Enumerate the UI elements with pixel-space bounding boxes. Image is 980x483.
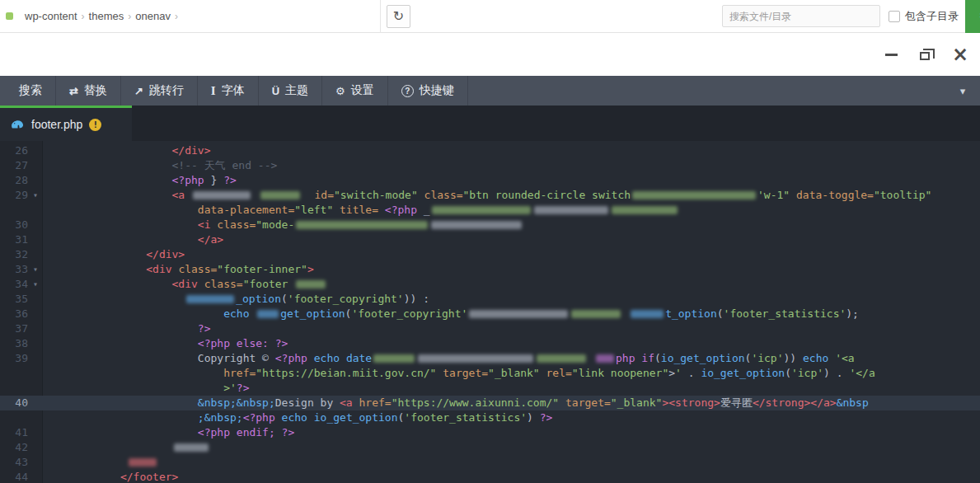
code-row[interactable]: 44 </footer> [0, 470, 980, 483]
code-row[interactable]: 35 _option('footer_copyright')) : [0, 292, 980, 307]
code-row[interactable]: 34▾ <div class="footer [0, 277, 980, 292]
refresh-button[interactable]: ↻ [387, 5, 410, 28]
code-row[interactable]: 41 <?php endif; ?> [0, 425, 980, 440]
code-row[interactable]: >'?> [0, 381, 980, 396]
code-token: class= [424, 189, 463, 201]
code-token: 'footer_statistics' [404, 411, 527, 424]
code-token [275, 411, 282, 424]
code-row[interactable]: 33▾ <div class="footer-inner"> [0, 262, 980, 277]
line-number: 39 [0, 351, 28, 366]
code-token: "link noopener" [572, 367, 668, 379]
code-token: <!-- 天气 end --> [172, 159, 278, 171]
replace-icon: ⇄ [69, 85, 78, 97]
file-search-input[interactable] [722, 5, 880, 27]
code-token [43, 411, 198, 424]
code-token: echo [282, 411, 307, 424]
breadcrumb-item-onenav[interactable]: onenav [135, 10, 171, 22]
breadcrumb-item-themes[interactable]: themes [89, 10, 124, 22]
php-file-icon [10, 119, 25, 130]
redacted-code [534, 206, 608, 214]
code-token [540, 367, 546, 379]
toolbar-item-settings[interactable]: ⚙ 设置 [322, 76, 388, 106]
code-row[interactable]: 32 </div> [0, 247, 980, 262]
fold-toggle-icon[interactable]: ▾ [28, 277, 43, 292]
include-subdir-checkbox[interactable] [889, 11, 900, 22]
include-subdir-label: 包含子目录 [905, 9, 959, 24]
code-row[interactable]: 30 <i class="mode- [0, 218, 980, 232]
toolbar-collapse-button[interactable]: ▾ [945, 76, 980, 106]
fold-gutter [28, 381, 43, 396]
code-token [43, 278, 172, 290]
code-line: <?php endif; ?> [43, 425, 980, 440]
code-row[interactable]: ;&nbsp;<?php echo io_get_option('footer_… [0, 410, 980, 425]
code-token [353, 396, 359, 409]
minimize-button[interactable] [885, 46, 898, 63]
code-row[interactable]: 37 ?> [0, 321, 980, 336]
code-token: ); [846, 307, 859, 320]
code-token: </div> [172, 144, 211, 157]
toolbar-item-hotkeys[interactable]: ? 快捷键 [388, 76, 468, 106]
toolbar-item-font[interactable]: I 字体 [198, 76, 259, 106]
fold-gutter [28, 158, 43, 173]
fold-toggle-icon[interactable]: ▾ [28, 188, 43, 203]
toolbar-item-search[interactable]: 搜索 [0, 76, 56, 106]
code-token: 'footer_copyright' [351, 307, 467, 320]
toolbar-item-theme[interactable]: Ü 主题 [259, 76, 322, 106]
code-token: ) [823, 367, 830, 379]
tab-footer-php[interactable]: footer.php ! [0, 106, 132, 141]
code-token [43, 471, 120, 483]
toolbar-label: 设置 [351, 83, 374, 98]
toolbar-item-replace[interactable]: ⇄ 替换 [56, 76, 121, 106]
code-row[interactable]: 38 <?php else: ?> [0, 336, 980, 351]
code-token [43, 218, 198, 231]
code-token: href= [359, 396, 392, 409]
line-number: 27 [0, 158, 28, 173]
restore-icon [920, 52, 930, 60]
breadcrumb-item-wp-content[interactable]: wp-content [25, 10, 77, 22]
code-token: _option [236, 293, 281, 305]
code-token [43, 396, 198, 409]
code-token: <div [172, 278, 198, 290]
redacted-code [296, 280, 326, 288]
breadcrumb-separator: › [175, 11, 178, 22]
code-token [43, 144, 172, 157]
close-button[interactable]: × [952, 46, 968, 63]
code-row[interactable]: 42 [0, 440, 980, 455]
search-files-button[interactable]: 搜索 [965, 0, 980, 33]
code-row[interactable]: 43 [0, 455, 980, 470]
fold-gutter [28, 440, 43, 455]
line-number: 33 [0, 262, 28, 277]
code-line: ;&nbsp;<?php echo io_get_option('footer_… [43, 410, 980, 425]
code-row[interactable]: data-placement="left" title= <?php _ [0, 203, 980, 218]
code-row[interactable]: href="https://beian.miit.gov.cn/" target… [0, 366, 980, 381]
restore-button[interactable] [920, 46, 930, 63]
code-token: ;&nbsp; [198, 411, 243, 424]
code-token [622, 307, 629, 320]
line-number [0, 381, 28, 396]
breadcrumb-separator: › [128, 11, 131, 22]
fold-toggle-icon[interactable]: ▾ [28, 262, 43, 277]
code-row[interactable]: 40 &nbsp;&nbsp;Design by <a href="https:… [0, 396, 980, 410]
redacted-code [571, 310, 621, 318]
code-row[interactable]: 28 <?php } ?> [0, 173, 980, 188]
fold-gutter [28, 247, 43, 262]
toolbar-item-goto-line[interactable]: ↗ 跳转行 [121, 76, 198, 106]
code-row[interactable]: 31 </a> [0, 232, 980, 247]
code-token [307, 352, 314, 364]
code-line: <!-- 天气 end --> [43, 158, 980, 173]
code-token: class= [204, 278, 243, 290]
code-row[interactable]: 29▾ <a id="switch-mode" class="btn round… [0, 188, 980, 203]
code-row[interactable]: 27 <!-- 天气 end --> [0, 158, 980, 173]
code-token: } [204, 174, 223, 186]
fold-gutter [28, 143, 43, 158]
code-token: class= [178, 263, 217, 275]
warning-icon: ! [89, 119, 101, 131]
code-token: '<a [835, 352, 854, 364]
code-row[interactable]: 26 </div> [0, 143, 980, 158]
code-area[interactable]: 26 </div>27 <!-- 天气 end -->28 <?php } ?>… [0, 141, 980, 483]
code-token: ><strong> [662, 396, 720, 409]
code-row[interactable]: 39 Copyright © <?php echo date php if(io… [0, 351, 980, 366]
toolbar-label: 跳转行 [149, 83, 184, 98]
help-icon: ? [401, 85, 414, 97]
code-row[interactable]: 36 echo get_option('footer_copyright' t_… [0, 307, 980, 321]
